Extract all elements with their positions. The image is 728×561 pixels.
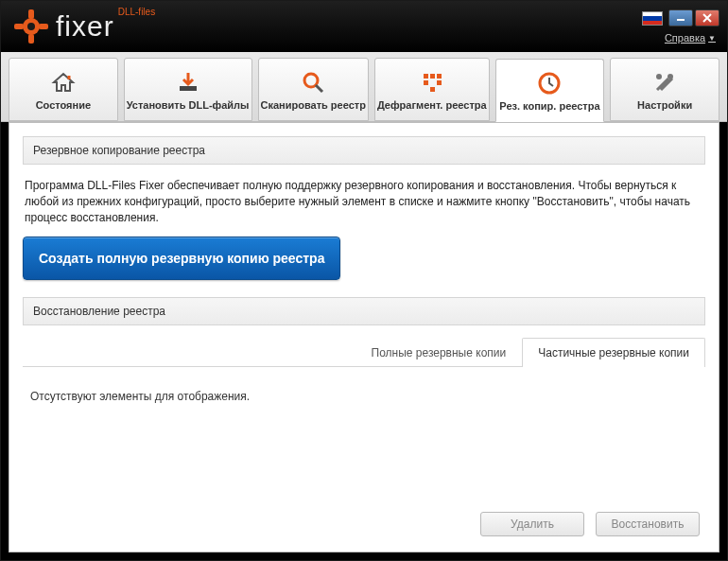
defrag-icon bbox=[419, 69, 445, 96]
svg-rect-6 bbox=[677, 19, 685, 21]
close-button[interactable] bbox=[695, 9, 719, 26]
svg-point-7 bbox=[304, 74, 318, 87]
chevron-down-icon: ▼ bbox=[708, 34, 716, 43]
svg-rect-12 bbox=[437, 80, 442, 85]
create-full-backup-button[interactable]: Создать полную резервную копию реестра bbox=[23, 237, 340, 280]
svg-rect-9 bbox=[430, 74, 435, 79]
app-logo: fixer DLL-files bbox=[12, 8, 157, 45]
help-label: Справка bbox=[665, 32, 705, 44]
tab-backup-registry[interactable]: Рез. копир. реестра bbox=[495, 59, 605, 122]
svg-rect-13 bbox=[430, 87, 435, 92]
svg-rect-10 bbox=[437, 74, 442, 79]
empty-list-message: Отсутствуют элементы для отображения. bbox=[30, 390, 250, 403]
delete-button[interactable]: Удалить bbox=[480, 512, 584, 536]
clock-restore-icon bbox=[536, 70, 563, 96]
subtab-partial-backups[interactable]: Частичные резервные копии bbox=[522, 338, 705, 367]
help-menu[interactable]: Справка ▼ bbox=[665, 32, 716, 44]
tab-label: Дефрагмент. реестра bbox=[377, 99, 487, 111]
titlebar: fixer DLL-files Справка ▼ bbox=[1, 1, 727, 52]
logo-text: fixer bbox=[56, 12, 114, 41]
svg-rect-1 bbox=[28, 34, 34, 44]
main-tabbar: Состояние Установить DLL-файлы Сканирова… bbox=[1, 52, 727, 122]
restore-subtabs: Полные резервные копии Частичные резервн… bbox=[23, 337, 705, 367]
download-icon bbox=[175, 69, 201, 96]
tab-label: Рез. копир. реестра bbox=[499, 100, 599, 112]
svg-point-15 bbox=[667, 74, 673, 79]
tab-settings[interactable]: Настройки bbox=[610, 58, 719, 121]
backup-list-area: Отсутствуют элементы для отображения. bbox=[23, 367, 705, 504]
svg-point-16 bbox=[656, 74, 662, 79]
tab-scan-registry[interactable]: Сканировать реестр bbox=[258, 58, 369, 121]
tools-icon bbox=[651, 69, 678, 96]
search-icon bbox=[300, 69, 326, 96]
language-flag-russia[interactable] bbox=[642, 11, 663, 26]
logo-superscript: DLL-files bbox=[118, 7, 155, 17]
footer-buttons: Удалить Восстановить bbox=[23, 504, 705, 538]
minimize-button[interactable] bbox=[668, 9, 693, 26]
tab-label: Установить DLL-файлы bbox=[127, 99, 250, 111]
backup-description: Программа DLL-Files Fixer обеспечивает п… bbox=[25, 178, 703, 225]
svg-rect-11 bbox=[424, 80, 428, 85]
app-window: fixer DLL-files Справка ▼ С bbox=[0, 0, 728, 561]
svg-rect-3 bbox=[39, 24, 48, 29]
logo-icon bbox=[12, 8, 50, 45]
tab-status[interactable]: Состояние bbox=[9, 58, 118, 121]
tab-label: Настройки bbox=[637, 99, 692, 111]
section-restore-header: Восстановление реестра bbox=[23, 297, 705, 325]
svg-point-5 bbox=[27, 23, 35, 30]
tab-label: Состояние bbox=[36, 99, 91, 111]
section-backup-header: Резервное копирование реестра bbox=[23, 136, 705, 165]
home-icon bbox=[50, 69, 77, 96]
svg-rect-8 bbox=[424, 74, 428, 79]
svg-rect-2 bbox=[14, 24, 24, 29]
tab-defrag-registry[interactable]: Дефрагмент. реестра bbox=[374, 58, 490, 121]
svg-rect-0 bbox=[28, 9, 34, 19]
tab-label: Сканировать реестр bbox=[261, 99, 366, 111]
subtab-full-backups[interactable]: Полные резервные копии bbox=[355, 338, 523, 367]
restore-button[interactable]: Восстановить bbox=[596, 512, 700, 536]
window-controls bbox=[642, 9, 719, 26]
tab-install-dll[interactable]: Установить DLL-файлы bbox=[124, 58, 252, 121]
content-panel: Резервное копирование реестра Программа … bbox=[9, 122, 719, 552]
